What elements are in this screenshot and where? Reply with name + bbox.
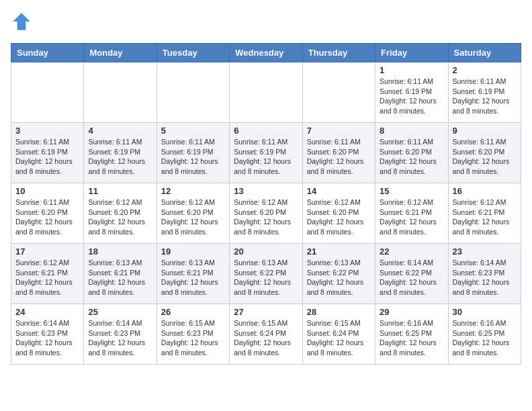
day-info: Sunrise: 6:12 AMSunset: 6:21 PMDaylight:… [15, 258, 79, 298]
day-number: 24 [15, 307, 79, 317]
day-info: Sunrise: 6:12 AMSunset: 6:20 PMDaylight:… [234, 197, 298, 237]
day-number: 9 [453, 126, 517, 136]
day-number: 5 [161, 126, 225, 136]
day-info: Sunrise: 6:13 AMSunset: 6:21 PMDaylight:… [161, 258, 225, 298]
day-number: 2 [453, 65, 517, 75]
day-number: 3 [15, 126, 79, 136]
day-info: Sunrise: 6:12 AMSunset: 6:20 PMDaylight:… [88, 197, 152, 237]
calendar-body: 1Sunrise: 6:11 AMSunset: 6:19 PMDaylight… [11, 62, 521, 365]
day-number: 4 [88, 126, 152, 136]
day-number: 20 [234, 246, 298, 257]
calendar-cell: 24Sunrise: 6:14 AMSunset: 6:23 PMDayligh… [11, 304, 84, 365]
day-number: 7 [307, 126, 371, 136]
day-number: 15 [380, 186, 443, 196]
day-number: 6 [234, 126, 298, 136]
calendar-header: SundayMondayTuesdayWednesdayThursdayFrid… [11, 44, 521, 62]
calendar-cell: 7Sunrise: 6:11 AMSunset: 6:20 PMDaylight… [302, 123, 375, 183]
day-number: 8 [380, 126, 443, 136]
calendar-cell: 17Sunrise: 6:12 AMSunset: 6:21 PMDayligh… [11, 244, 84, 304]
day-number: 11 [88, 186, 152, 196]
calendar-cell: 16Sunrise: 6:12 AMSunset: 6:21 PMDayligh… [448, 183, 521, 244]
day-info: Sunrise: 6:14 AMSunset: 6:23 PMDaylight:… [15, 318, 79, 358]
day-number: 26 [161, 307, 225, 317]
calendar-cell: 12Sunrise: 6:12 AMSunset: 6:20 PMDayligh… [157, 183, 229, 244]
day-info: Sunrise: 6:15 AMSunset: 6:24 PMDaylight:… [307, 318, 371, 358]
calendar: SundayMondayTuesdayWednesdayThursdayFrid… [11, 43, 521, 365]
calendar-cell: 28Sunrise: 6:15 AMSunset: 6:24 PMDayligh… [302, 304, 375, 365]
calendar-cell [157, 62, 229, 123]
day-header-sunday: Sunday [11, 44, 84, 62]
svg-marker-0 [13, 13, 30, 30]
day-info: Sunrise: 6:11 AMSunset: 6:19 PMDaylight:… [161, 137, 225, 177]
day-number: 27 [234, 307, 298, 317]
day-number: 19 [161, 246, 225, 257]
day-number: 1 [380, 65, 443, 75]
logo-icon [11, 11, 32, 32]
day-number: 12 [161, 186, 225, 196]
calendar-cell: 6Sunrise: 6:11 AMSunset: 6:19 PMDaylight… [230, 123, 302, 183]
calendar-cell: 14Sunrise: 6:12 AMSunset: 6:20 PMDayligh… [302, 183, 375, 244]
day-header-friday: Friday [375, 44, 448, 62]
day-header-monday: Monday [84, 44, 157, 62]
day-info: Sunrise: 6:11 AMSunset: 6:19 PMDaylight:… [15, 137, 79, 177]
calendar-cell: 10Sunrise: 6:11 AMSunset: 6:20 PMDayligh… [11, 183, 84, 244]
calendar-cell: 11Sunrise: 6:12 AMSunset: 6:20 PMDayligh… [84, 183, 157, 244]
day-info: Sunrise: 6:12 AMSunset: 6:20 PMDaylight:… [307, 197, 371, 237]
day-header-saturday: Saturday [448, 44, 521, 62]
day-info: Sunrise: 6:16 AMSunset: 6:25 PMDaylight:… [380, 318, 443, 358]
day-info: Sunrise: 6:14 AMSunset: 6:23 PMDaylight:… [88, 318, 152, 358]
day-info: Sunrise: 6:11 AMSunset: 6:19 PMDaylight:… [453, 77, 517, 116]
calendar-cell [302, 62, 375, 123]
calendar-cell: 2Sunrise: 6:11 AMSunset: 6:19 PMDaylight… [448, 62, 521, 123]
week-row-2: 3Sunrise: 6:11 AMSunset: 6:19 PMDaylight… [11, 123, 521, 183]
calendar-cell: 22Sunrise: 6:14 AMSunset: 6:22 PMDayligh… [375, 244, 448, 304]
week-row-4: 17Sunrise: 6:12 AMSunset: 6:21 PMDayligh… [11, 244, 521, 304]
day-header-wednesday: Wednesday [230, 44, 302, 62]
calendar-cell: 15Sunrise: 6:12 AMSunset: 6:21 PMDayligh… [375, 183, 448, 244]
calendar-cell: 5Sunrise: 6:11 AMSunset: 6:19 PMDaylight… [157, 123, 229, 183]
day-info: Sunrise: 6:11 AMSunset: 6:20 PMDaylight:… [15, 197, 79, 237]
calendar-cell: 21Sunrise: 6:13 AMSunset: 6:22 PMDayligh… [302, 244, 375, 304]
day-number: 28 [307, 307, 371, 317]
calendar-cell: 20Sunrise: 6:13 AMSunset: 6:22 PMDayligh… [230, 244, 302, 304]
calendar-cell: 19Sunrise: 6:13 AMSunset: 6:21 PMDayligh… [157, 244, 229, 304]
day-number: 23 [453, 246, 517, 257]
calendar-cell: 25Sunrise: 6:14 AMSunset: 6:23 PMDayligh… [84, 304, 157, 365]
page-header [11, 11, 521, 32]
day-info: Sunrise: 6:15 AMSunset: 6:23 PMDaylight:… [161, 318, 225, 358]
day-number: 16 [453, 186, 517, 196]
day-number: 10 [15, 186, 79, 196]
day-number: 21 [307, 246, 371, 257]
day-info: Sunrise: 6:13 AMSunset: 6:22 PMDaylight:… [307, 258, 371, 298]
logo [11, 11, 35, 32]
day-info: Sunrise: 6:12 AMSunset: 6:21 PMDaylight:… [380, 197, 443, 237]
day-info: Sunrise: 6:14 AMSunset: 6:23 PMDaylight:… [453, 258, 517, 298]
day-info: Sunrise: 6:15 AMSunset: 6:24 PMDaylight:… [234, 318, 298, 358]
calendar-cell: 4Sunrise: 6:11 AMSunset: 6:19 PMDaylight… [84, 123, 157, 183]
day-number: 29 [380, 307, 443, 317]
week-row-3: 10Sunrise: 6:11 AMSunset: 6:20 PMDayligh… [11, 183, 521, 244]
day-number: 13 [234, 186, 298, 196]
day-info: Sunrise: 6:11 AMSunset: 6:19 PMDaylight:… [234, 137, 298, 177]
day-header-tuesday: Tuesday [157, 44, 229, 62]
calendar-cell: 8Sunrise: 6:11 AMSunset: 6:20 PMDaylight… [375, 123, 448, 183]
calendar-cell: 30Sunrise: 6:16 AMSunset: 6:25 PMDayligh… [448, 304, 521, 365]
week-row-5: 24Sunrise: 6:14 AMSunset: 6:23 PMDayligh… [11, 304, 521, 365]
calendar-cell [230, 62, 302, 123]
calendar-cell: 26Sunrise: 6:15 AMSunset: 6:23 PMDayligh… [157, 304, 229, 365]
day-info: Sunrise: 6:11 AMSunset: 6:20 PMDaylight:… [453, 137, 517, 177]
day-info: Sunrise: 6:11 AMSunset: 6:19 PMDaylight:… [380, 77, 443, 116]
calendar-cell: 29Sunrise: 6:16 AMSunset: 6:25 PMDayligh… [375, 304, 448, 365]
day-info: Sunrise: 6:13 AMSunset: 6:22 PMDaylight:… [234, 258, 298, 298]
day-info: Sunrise: 6:12 AMSunset: 6:20 PMDaylight:… [161, 197, 225, 237]
day-info: Sunrise: 6:12 AMSunset: 6:21 PMDaylight:… [453, 197, 517, 237]
day-number: 18 [88, 246, 152, 257]
day-number: 14 [307, 186, 371, 196]
calendar-cell: 23Sunrise: 6:14 AMSunset: 6:23 PMDayligh… [448, 244, 521, 304]
day-info: Sunrise: 6:11 AMSunset: 6:20 PMDaylight:… [307, 137, 371, 177]
day-number: 30 [453, 307, 517, 317]
calendar-cell: 27Sunrise: 6:15 AMSunset: 6:24 PMDayligh… [230, 304, 302, 365]
day-info: Sunrise: 6:11 AMSunset: 6:20 PMDaylight:… [380, 137, 443, 177]
calendar-cell: 13Sunrise: 6:12 AMSunset: 6:20 PMDayligh… [230, 183, 302, 244]
calendar-cell [11, 62, 84, 123]
